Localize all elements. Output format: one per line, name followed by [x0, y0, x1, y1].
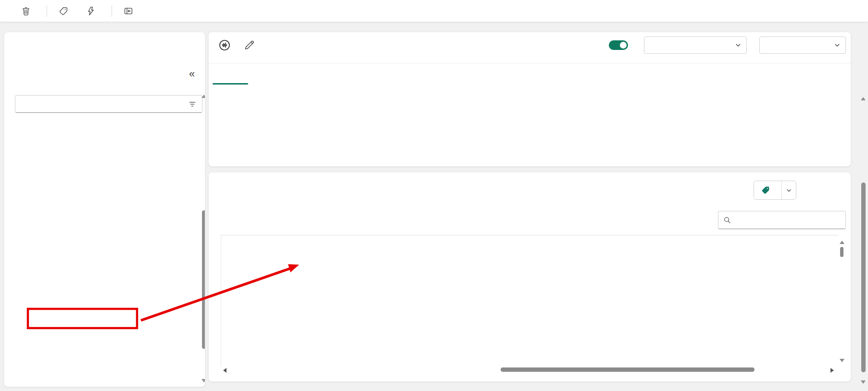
- page-scrollbar-thumb[interactable]: [861, 183, 866, 372]
- collapse-panel-icon[interactable]: «: [189, 68, 195, 80]
- view-details-button[interactable]: [117, 3, 144, 19]
- new-property-button[interactable]: [754, 181, 782, 199]
- live-feed-panel: [208, 32, 851, 167]
- event-details-panel: [208, 172, 851, 382]
- toolbar-divider: [47, 5, 47, 17]
- page-scroll-up-icon[interactable]: [861, 97, 866, 100]
- scroll-up-icon[interactable]: [201, 95, 205, 98]
- top-toolbar: [0, 0, 868, 22]
- explorer-panel: «: [4, 32, 205, 387]
- app-window: { "colors": { "accent": "#117865", "togg…: [0, 0, 868, 391]
- chevron-down-icon: [786, 187, 792, 194]
- tag-filled-icon: [761, 185, 770, 195]
- grid-scroll-down-icon[interactable]: [840, 359, 844, 362]
- new-property-button[interactable]: [52, 3, 79, 19]
- grid-hscrollbar-thumb[interactable]: [501, 367, 755, 372]
- lightning-icon: [86, 6, 96, 16]
- grid-filter-box: [718, 211, 846, 229]
- grid-vscrollbar-thumb[interactable]: [840, 247, 843, 257]
- new-property-dropdown[interactable]: [782, 181, 796, 199]
- page-scroll-down-icon[interactable]: [861, 380, 866, 384]
- trash-icon: [21, 6, 31, 16]
- grid-scroll-right-icon[interactable]: [830, 368, 834, 373]
- sidebar-search-box: [15, 95, 202, 113]
- scroll-down-icon[interactable]: [201, 379, 205, 382]
- timeline-chart: [209, 32, 852, 167]
- search-icon: [723, 216, 731, 224]
- grid-scroll-up-icon[interactable]: [840, 241, 844, 244]
- filter-icon: [188, 99, 197, 109]
- data-grid: [221, 235, 838, 367]
- grid-scroll-left-icon[interactable]: [223, 368, 226, 373]
- delete-button[interactable]: [14, 3, 42, 19]
- toolbar-divider: [112, 5, 112, 17]
- tag-icon: [59, 6, 68, 16]
- new-property-split-button: [754, 181, 796, 200]
- view-details-icon: [124, 6, 133, 16]
- search-input[interactable]: [21, 100, 188, 108]
- sidebar-scrollbar-thumb[interactable]: [202, 210, 205, 349]
- new-rule-button[interactable]: [79, 3, 107, 19]
- filter-data-grid-input[interactable]: [735, 216, 841, 224]
